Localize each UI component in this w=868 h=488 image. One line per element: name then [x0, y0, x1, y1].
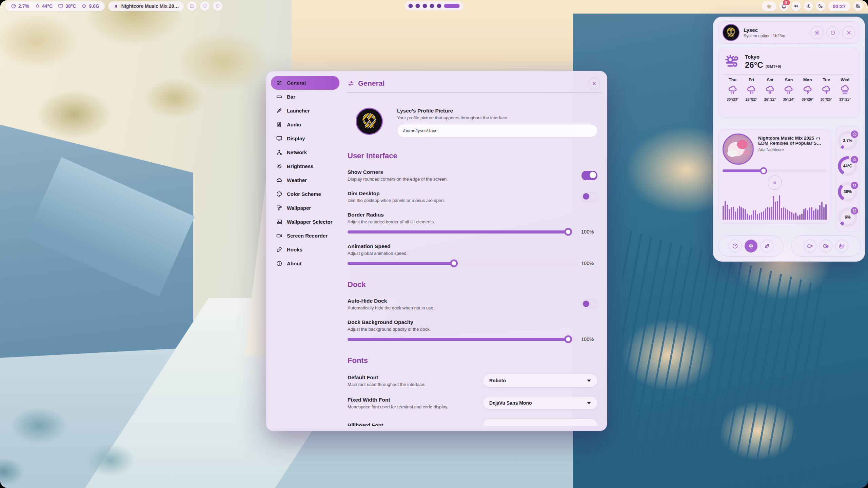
now-playing-pill[interactable]: Nightcore Music Mix 20… [108, 1, 184, 11]
show-corners-row: Show Corners Display rounded corners on … [348, 169, 597, 182]
system-stats-pill[interactable]: 2.7% 44°C 38°C 9.6G [5, 1, 105, 11]
slider-knob[interactable] [564, 336, 572, 343]
tray-ghost-button[interactable] [187, 1, 197, 11]
sidebar-item-brightness[interactable]: Brightness [271, 159, 339, 173]
forecast-temps: 35°/24° [783, 97, 795, 101]
control-center-panel: Lysec System uptime: 1h23m Tokyo 26°C (G… [713, 17, 865, 262]
monitor-gauge-speedometer[interactable]: 2.7% [838, 131, 857, 150]
speedometer-icon [850, 130, 859, 139]
section-user-interface: User Interface [348, 151, 597, 160]
tray-app-button[interactable] [762, 1, 776, 11]
close-button[interactable] [588, 78, 600, 89]
forecast-day-label: Tue [823, 78, 830, 82]
profile-path-input[interactable]: /home/lysec/.face [397, 124, 597, 137]
gpu-temp-stat: 38°C [58, 3, 76, 9]
audio-icon [276, 121, 282, 128]
workspace-5[interactable] [437, 4, 441, 8]
image-icon [276, 219, 282, 225]
sidebar-item-label: Color Scheme [287, 191, 321, 197]
sidebar-item-hooks[interactable]: Hooks [271, 243, 339, 257]
ghost-icon [189, 3, 195, 9]
forecast-day-label: Wed [841, 78, 849, 82]
volume-button[interactable] [791, 1, 801, 11]
sidebar-item-general[interactable]: General [271, 76, 339, 90]
profile-avatar[interactable] [356, 108, 383, 135]
dim-desktop-toggle[interactable] [581, 192, 597, 202]
settings-scroll-area[interactable]: Lysec's Profile Picture Your profile pic… [348, 98, 597, 426]
powersaver-profile-button[interactable] [761, 240, 773, 252]
slider-knob[interactable] [564, 228, 572, 236]
workspace-4[interactable] [430, 4, 434, 8]
volume-icon [793, 3, 799, 9]
forecast-temps: 30°/23° [727, 97, 738, 101]
top-bar: 2.7% 44°C 38°C 9.6G Nightcore Music Mix … [0, 0, 868, 12]
sidebar-item-weather[interactable]: Weather [271, 173, 339, 187]
network-icon [276, 149, 282, 156]
user-name: Lysec [744, 27, 785, 33]
sidebar-item-color-scheme[interactable]: Color Scheme [271, 187, 339, 201]
workspace-indicator[interactable] [405, 1, 463, 11]
workspace-3[interactable] [423, 4, 427, 8]
bar-icon [276, 94, 282, 100]
screen-corner [861, 0, 868, 7]
heart-icon [202, 3, 208, 9]
animation-speed-slider[interactable] [348, 262, 576, 265]
media-title-line2: EDM Remixes of Popular S… [758, 141, 821, 146]
sidebar-item-wallpaper-selector[interactable]: Wallpaper Selector [271, 215, 339, 229]
cpu-temp-stat: 44°C [35, 3, 53, 9]
sidebar-item-display[interactable]: Display [271, 131, 339, 145]
close-panel-button[interactable] [842, 26, 855, 39]
album-art[interactable] [723, 134, 754, 165]
sidebar-item-network[interactable]: Network [271, 145, 339, 159]
slider-knob[interactable] [450, 260, 458, 267]
sidebar-item-bar[interactable]: Bar [271, 90, 339, 104]
border-radius-slider[interactable] [348, 230, 576, 233]
cpu-usage-value: 2.7% [18, 3, 29, 9]
close-icon [846, 30, 852, 36]
performance-profile-button[interactable] [729, 240, 742, 252]
monitor-gauge-chip[interactable]: 30% [838, 182, 857, 202]
tray-heart-button-2[interactable] [213, 1, 222, 11]
wallpaper-gallery-button[interactable] [835, 240, 848, 252]
animation-speed-row: Animation Speed Adjust global animation … [348, 243, 597, 266]
sidebar-item-screen-recorder[interactable]: Screen Recorder [271, 229, 339, 243]
notifications-button[interactable]: 8 [779, 1, 789, 11]
settings-button[interactable] [810, 26, 823, 39]
screen-record-off-button[interactable] [820, 240, 832, 252]
dock-opacity-slider[interactable] [348, 338, 576, 341]
border-radius-row: Border Radius Adjust the rounded border … [348, 212, 597, 235]
media-progress-slider[interactable] [723, 169, 827, 172]
sidebar-item-about[interactable]: About [271, 257, 339, 270]
night-light-button[interactable] [816, 1, 825, 11]
chevron-down-icon [587, 402, 591, 404]
monitor-gauge-disk[interactable]: 6% [838, 207, 857, 227]
default-font-value: Roboto [489, 378, 506, 383]
workspace-1[interactable] [409, 4, 413, 8]
pause-button[interactable] [768, 176, 782, 190]
sidebar-item-wallpaper[interactable]: Wallpaper [271, 201, 339, 215]
monitor-gauge-flame[interactable]: 44°C [838, 156, 857, 176]
balanced-profile-button[interactable] [745, 240, 757, 252]
show-corners-toggle[interactable] [581, 171, 597, 180]
screen-record-button[interactable] [804, 240, 816, 252]
brightness-button[interactable] [804, 1, 813, 11]
memory-stat: 9.6G [81, 3, 99, 9]
default-font-dropdown[interactable]: Roboto [483, 374, 597, 387]
tray-heart-button-1[interactable] [200, 1, 210, 11]
slider-knob[interactable] [760, 167, 767, 175]
workspace-2[interactable] [416, 4, 420, 8]
sidebar-item-label: Brightness [287, 163, 313, 169]
auto-hide-dock-toggle[interactable] [581, 300, 597, 309]
clock[interactable]: 00:27 [828, 1, 850, 11]
billboard-font-dropdown[interactable] [483, 419, 597, 426]
workspace-6[interactable] [444, 4, 460, 8]
sidebar-item-launcher[interactable]: Launcher [271, 104, 339, 118]
fixed-font-value: DejaVu Sans Mono [489, 400, 532, 406]
speedometer-icon [11, 3, 16, 9]
weather-card: Tokyo 26°C (GMT+9) Thu30°/23°Fri26°/22°S… [718, 48, 860, 118]
pause-icon [772, 180, 777, 185]
flame-icon [35, 3, 40, 9]
fixed-font-dropdown[interactable]: DejaVu Sans Mono [483, 396, 597, 410]
power-button[interactable] [826, 26, 839, 39]
sidebar-item-audio[interactable]: Audio [271, 118, 339, 131]
